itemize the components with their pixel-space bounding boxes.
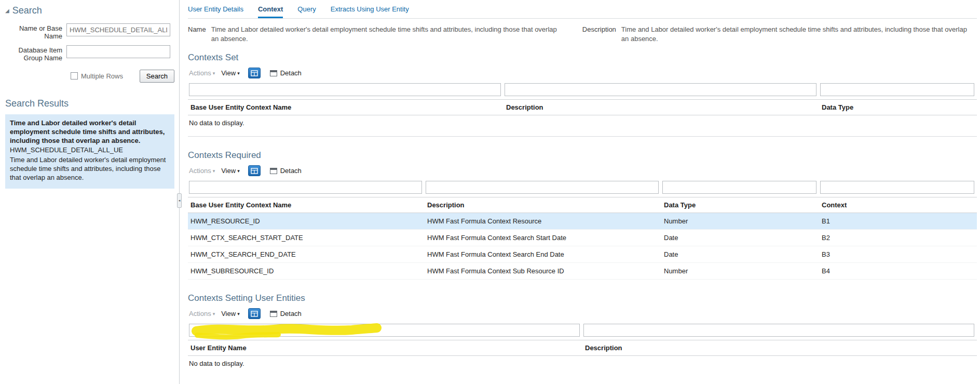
name-value: Time and Labor detailed worker's detail … [211, 25, 582, 43]
table-cell: HWM Fast Formula Context Search End Date [425, 246, 661, 263]
main-content: User Entity Details Context Query Extrac… [180, 0, 980, 384]
multiple-rows-label: Multiple Rows [81, 72, 123, 80]
filter-cell [188, 82, 503, 100]
splitter-handle[interactable]: ◄ [177, 193, 182, 208]
table-cell: B2 [819, 230, 977, 246]
column-header[interactable]: Description [503, 100, 819, 115]
column-header[interactable]: Context [819, 197, 977, 213]
table-cell: HWM_SUBRESOURCE_ID [188, 263, 425, 280]
table-cell: HWM_RESOURCE_ID [188, 213, 425, 230]
contexts-set-table: Base User Entity Context NameDescription… [188, 82, 977, 115]
search-form-actions: Multiple Rows Search [71, 70, 174, 83]
contexts-set-empty-text: No data to display. [188, 115, 977, 128]
column-filter-input[interactable] [662, 181, 816, 194]
column-filter-input[interactable] [583, 324, 974, 337]
query-by-example-button[interactable] [248, 308, 261, 319]
dropdown-arrow-icon: ▾ [237, 168, 240, 174]
search-panel-header: ◢ Search [5, 5, 174, 16]
view-menu[interactable]: View▾ [221, 167, 239, 175]
column-filter-input[interactable] [189, 83, 501, 96]
name-or-base-name-label: Name or Base Name [5, 23, 66, 41]
detach-icon [270, 70, 277, 76]
table-row[interactable]: HWM_RESOURCE_IDHWM Fast Formula Context … [188, 213, 977, 230]
filter-cell [188, 179, 425, 197]
result-title: Time and Labor detailed worker's detail … [10, 119, 170, 145]
detach-icon [270, 168, 277, 174]
actions-menu[interactable]: Actions▾ [189, 69, 215, 77]
search-sidebar: ◢ Search Name or Base Name Database Item… [0, 0, 179, 384]
column-header[interactable]: Base User Entity Context Name [188, 197, 425, 213]
column-header[interactable]: Description [425, 197, 661, 213]
detach-button[interactable]: Detach [270, 69, 302, 77]
dropdown-arrow-icon: ▾ [237, 311, 240, 316]
query-by-example-button[interactable] [248, 68, 261, 78]
table-row[interactable]: HWM_CTX_SEARCH_END_DATEHWM Fast Formula … [188, 246, 977, 263]
entity-detail-header: Name Time and Labor detailed worker's de… [188, 19, 977, 47]
actions-menu[interactable]: Actions▾ [189, 167, 215, 175]
tab-query[interactable]: Query [297, 5, 316, 18]
detach-button[interactable]: Detach [270, 167, 302, 175]
search-button[interactable]: Search [140, 70, 174, 83]
database-item-group-name-input[interactable] [66, 45, 170, 58]
column-header[interactable]: Data Type [661, 197, 819, 213]
contexts-setting-title: Contexts Setting User Entities [188, 293, 977, 303]
table-cell: Number [661, 213, 819, 230]
contexts-required-table: Base User Entity Context NameDescription… [188, 179, 977, 280]
column-filter-input[interactable] [426, 181, 659, 194]
view-menu[interactable]: View▾ [221, 69, 239, 77]
description-label: Description [582, 25, 621, 33]
section-contexts-setting-user-entities: Contexts Setting User Entities Actions▾ … [188, 293, 977, 368]
contexts-set-title: Contexts Set [188, 52, 977, 63]
tab-context[interactable]: Context [258, 5, 283, 18]
actions-menu[interactable]: Actions▾ [189, 310, 215, 317]
column-filter-input[interactable] [505, 83, 816, 96]
database-item-group-name-row: Database Item Group Name [5, 45, 174, 62]
column-filter-input[interactable] [820, 83, 974, 96]
contexts-setting-table: User Entity NameDescription [188, 322, 977, 356]
filter-cell [425, 179, 661, 197]
tab-extracts-using-user-entity[interactable]: Extracts Using User Entity [331, 5, 409, 18]
multiple-rows-checkbox[interactable] [71, 72, 78, 80]
table-cell: HWM Fast Formula Context Sub Resource ID [425, 263, 661, 280]
query-by-example-button[interactable] [248, 165, 261, 176]
detach-button[interactable]: Detach [270, 310, 302, 317]
name-or-base-name-row: Name or Base Name [5, 23, 174, 41]
column-filter-input[interactable] [189, 324, 580, 337]
filter-cell [819, 179, 977, 197]
tab-user-entity-details[interactable]: User Entity Details [188, 5, 243, 18]
disclosure-triangle-icon[interactable]: ◢ [5, 8, 9, 14]
column-header[interactable]: User Entity Name [188, 340, 582, 356]
column-filter-input[interactable] [820, 181, 974, 194]
table-row[interactable]: HWM_SUBRESOURCE_IDHWM Fast Formula Conte… [188, 263, 977, 280]
contexts-set-table-region: Base User Entity Context NameDescription… [188, 82, 977, 137]
table-cell: HWM Fast Formula Context Resource [425, 213, 661, 230]
name-or-base-name-input[interactable] [66, 23, 170, 36]
filter-cell [661, 179, 819, 197]
description-value: Time and Labor detailed worker's detail … [621, 25, 977, 43]
dropdown-arrow-icon: ▾ [237, 71, 240, 76]
table-cell: B3 [819, 246, 977, 263]
filter-cell [503, 82, 819, 100]
query-by-example-icon [251, 311, 258, 317]
column-header[interactable]: Data Type [819, 100, 977, 115]
query-by-example-icon [251, 168, 258, 174]
dropdown-arrow-icon: ▾ [213, 311, 215, 316]
column-header[interactable]: Description [582, 340, 977, 356]
search-result-item[interactable]: Time and Labor detailed worker's detail … [5, 114, 174, 189]
column-filter-input[interactable] [189, 181, 422, 194]
column-header[interactable]: Base User Entity Context Name [188, 100, 503, 115]
view-menu[interactable]: View▾ [221, 310, 239, 317]
name-label: Name [188, 25, 211, 33]
contexts-set-toolbar: Actions▾ View▾ Detach [188, 64, 977, 82]
table-cell: Number [661, 263, 819, 280]
contexts-required-title: Contexts Required [188, 150, 977, 161]
query-by-example-icon [251, 70, 258, 76]
table-cell: B4 [819, 263, 977, 280]
section-contexts-set: Contexts Set Actions▾ View▾ Detach Base … [188, 52, 977, 137]
table-row[interactable]: HWM_CTX_SEARCH_START_DATEHWM Fast Formul… [188, 230, 977, 246]
app-window: ◢ Search Name or Base Name Database Item… [0, 0, 980, 384]
table-cell: Date [661, 230, 819, 246]
detail-tabs: User Entity Details Context Query Extrac… [188, 0, 977, 19]
contexts-required-table-region: Base User Entity Context NameDescription… [188, 179, 977, 280]
contexts-setting-table-region: User Entity NameDescription No data to d… [188, 322, 977, 368]
